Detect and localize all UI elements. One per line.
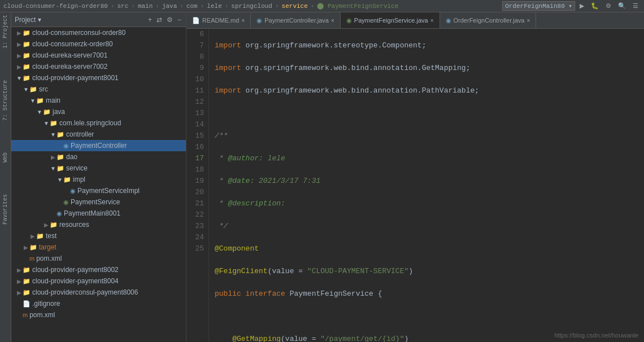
line-num: 20 bbox=[191, 187, 204, 198]
tab-pfs-icon: ◉ bbox=[346, 17, 352, 24]
tab-pfs-close[interactable]: × bbox=[430, 17, 434, 24]
tree-item-pom-root[interactable]: m pom.xml bbox=[11, 309, 186, 321]
breadcrumb-java: java bbox=[162, 3, 177, 10]
tree-item-consumerconsul[interactable]: ▶ 📁 cloud-consumerconsul-order80 bbox=[11, 27, 186, 38]
tree-item-main[interactable]: ▼ 📁 main bbox=[11, 95, 186, 106]
tree-item-payment8001[interactable]: ▼ 📁 cloud-provider-payment8001 bbox=[11, 72, 186, 84]
tree-label: cloud-providerconsul-payment8006 bbox=[32, 288, 138, 296]
tree-item-payment8004[interactable]: ▶ 📁 cloud-provider-payment8004 bbox=[11, 275, 186, 287]
tabs-bar: 📄 README.md × ◉ PaymentController.java ×… bbox=[186, 12, 644, 29]
tab-readme-icon: 📄 bbox=[192, 17, 200, 24]
tree-item-package[interactable]: ▼ 📁 com.lele.springcloud bbox=[11, 117, 186, 129]
sync-button[interactable]: ⇄ bbox=[155, 15, 163, 25]
tree-item-paymentserviceimpl[interactable]: ◉ PaymentServiceImpl bbox=[11, 185, 186, 196]
line-num: 23 bbox=[191, 221, 204, 232]
tab-of-icon: ◉ bbox=[446, 17, 451, 24]
line-num: 16 bbox=[191, 142, 204, 153]
code-line-13: * @description: bbox=[215, 198, 638, 209]
project-panel-header: Project ▾ + ⇄ ⚙ − bbox=[11, 12, 186, 27]
tree-label: PaymentController bbox=[71, 142, 127, 150]
tab-readme-label: README.md bbox=[202, 17, 239, 24]
tab-pc-close[interactable]: × bbox=[331, 17, 334, 24]
gear-button[interactable]: ⚙ bbox=[166, 15, 174, 25]
line-num: 8 bbox=[191, 51, 204, 63]
project-panel: Project ▾ + ⇄ ⚙ − ▶ 📁 cloud-consumercons… bbox=[11, 12, 186, 342]
tree-label: pom.xml bbox=[29, 311, 55, 319]
web-sidebar-tab[interactable]: Web bbox=[2, 152, 8, 163]
project-sidebar-tab[interactable]: 1: Project bbox=[2, 15, 8, 49]
code-line-7: import org.springframework.web.bind.anno… bbox=[215, 63, 638, 74]
tree-label: dao bbox=[66, 153, 77, 161]
tab-readme[interactable]: 📄 README.md × bbox=[186, 12, 251, 28]
code-line-8: import org.springframework.web.bind.anno… bbox=[215, 85, 638, 97]
debug-button[interactable]: 🐛 bbox=[589, 2, 601, 10]
tree-item-service[interactable]: ▼ 📁 service bbox=[11, 163, 186, 174]
breadcrumb-lele: lele bbox=[207, 3, 221, 10]
tree-label: PaymentMain8001 bbox=[64, 209, 120, 217]
tree-item-dao[interactable]: ▶ 📁 dao bbox=[11, 151, 186, 163]
tree-item-pom8001[interactable]: m pom.xml bbox=[11, 253, 186, 264]
tree-label: PaymentServiceImpl bbox=[77, 187, 140, 195]
tree-label: resources bbox=[59, 221, 89, 229]
structure-sidebar-tab[interactable]: 7: Structure bbox=[2, 80, 8, 121]
code-editor[interactable]: 6 7 8 9 10 11 12 13 14 15 16 17 18 19 bbox=[186, 29, 644, 342]
tree-label: java bbox=[53, 108, 65, 116]
tree-label: target bbox=[39, 243, 56, 251]
tree-item-eureka7001[interactable]: ▶ 📁 cloud-eureka-server7001 bbox=[11, 50, 186, 61]
tree-item-java[interactable]: ▼ 📁 java bbox=[11, 106, 186, 117]
project-panel-icons: + ⇄ ⚙ − bbox=[147, 15, 182, 25]
line-num: 12 bbox=[191, 97, 204, 108]
tree-label: cloud-provider-payment8001 bbox=[32, 74, 119, 82]
tree-item-src[interactable]: ▼ 📁 src bbox=[11, 84, 186, 95]
run-button[interactable]: ▶ bbox=[577, 2, 586, 10]
tab-pfs-label: PaymentFeignService.java bbox=[354, 17, 428, 24]
tree-item-paymentcontroller[interactable]: ◉ PaymentController bbox=[11, 140, 186, 151]
tree-item-paymentservice[interactable]: ◉ PaymentService bbox=[11, 196, 186, 208]
tree-label: pom.xml bbox=[36, 255, 62, 262]
tree-label: PaymentService bbox=[71, 198, 120, 206]
tab-orderfeign[interactable]: ◉ OrderFeignController.java × bbox=[440, 12, 537, 28]
line-num: 21 bbox=[191, 198, 204, 209]
code-line-10: /** bbox=[215, 130, 638, 142]
add-button[interactable]: + bbox=[147, 15, 153, 25]
line-num: 25 bbox=[191, 243, 204, 255]
tree-item-consumerzk[interactable]: ▶ 📁 cloud-consumerzk-order80 bbox=[11, 38, 186, 50]
favorites-sidebar-tab[interactable]: Favorites bbox=[2, 194, 8, 225]
tab-of-close[interactable]: × bbox=[526, 17, 530, 24]
tree-item-test[interactable]: ▶ 📁 test bbox=[11, 230, 186, 242]
code-line-17: public interface PaymentFeignService { bbox=[215, 288, 638, 300]
tree-label: cloud-provider-payment8004 bbox=[32, 277, 119, 285]
code-line-6: import org.springframework.stereotype.Co… bbox=[215, 40, 638, 51]
tab-readme-close[interactable]: × bbox=[241, 17, 245, 24]
line-num: 19 bbox=[191, 176, 204, 187]
tree-item-resources[interactable]: ▶ 📁 resources bbox=[11, 219, 186, 230]
line-num: 22 bbox=[191, 209, 204, 221]
tab-pc-icon: ◉ bbox=[256, 17, 262, 24]
tree-item-controller[interactable]: ▼ 📁 controller bbox=[11, 129, 186, 140]
tree-item-impl[interactable]: ▼ 📁 impl bbox=[11, 174, 186, 185]
line-num: 18 bbox=[191, 164, 204, 176]
tree-item-paymentmain[interactable]: ◉ PaymentMain8001 bbox=[11, 208, 186, 219]
search-button[interactable]: 🔍 bbox=[616, 2, 628, 10]
code-line-14: */ bbox=[215, 221, 638, 232]
code-line-16: @FeignClient(value = "CLOUD-PAYMENT-SERV… bbox=[215, 266, 638, 277]
menu-button[interactable]: ☰ bbox=[630, 2, 641, 10]
tree-label: main bbox=[46, 97, 60, 104]
tree-item-target[interactable]: ▶ 📁 target bbox=[11, 242, 186, 253]
line-num: 13 bbox=[191, 108, 204, 119]
run-config-dropdown[interactable]: OrderFeignMain80 ▾ bbox=[502, 1, 575, 11]
tree-item-gitignore[interactable]: 📄 .gitignore bbox=[11, 298, 186, 309]
settings-button[interactable]: ⚙ bbox=[603, 2, 613, 10]
tree-label: .gitignore bbox=[32, 300, 60, 308]
tree-item-payment8002[interactable]: ▶ 📁 cloud-provider-payment8002 bbox=[11, 264, 186, 275]
collapse-button[interactable]: − bbox=[176, 15, 182, 25]
tab-paymentcontroller[interactable]: ◉ PaymentController.java × bbox=[251, 12, 341, 28]
tree-item-eureka7002[interactable]: ▶ 📁 cloud-eureka-server7002 bbox=[11, 61, 186, 72]
code-line-15: @Component bbox=[215, 243, 638, 255]
tree-label: com.lele.springcloud bbox=[59, 119, 121, 127]
tree-item-consul8006[interactable]: ▶ 📁 cloud-providerconsul-payment8006 bbox=[11, 287, 186, 298]
tab-paymentfeignservice[interactable]: ◉ PaymentFeignService.java × bbox=[341, 12, 440, 28]
breadcrumb-project: cloud-consumer-feign-order80 bbox=[3, 3, 108, 10]
line-num: 9 bbox=[191, 63, 204, 74]
editor-section: 📄 README.md × ◉ PaymentController.java ×… bbox=[186, 12, 644, 342]
